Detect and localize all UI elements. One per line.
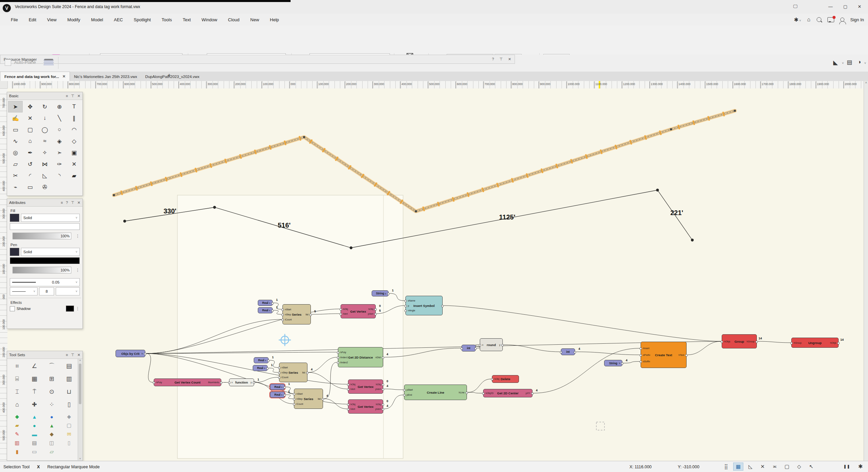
line-tool[interactable]: ╲ <box>52 112 67 124</box>
input-port-iInsert[interactable] <box>640 347 642 350</box>
node-real-6[interactable]: Realn1 <box>270 392 285 398</box>
output-port-iNumVerts[interactable] <box>220 382 222 384</box>
pan-tool[interactable]: ✥ <box>23 101 37 112</box>
line-style-select[interactable]: ˅ <box>10 287 38 295</box>
output-port-list[interactable] <box>322 398 324 400</box>
output-port-y[interactable] <box>253 382 255 384</box>
envelope-icon[interactable]: ✉ <box>60 430 78 439</box>
extend-tool[interactable]: ◝ <box>52 170 67 181</box>
menu-item[interactable]: AEC <box>108 17 128 22</box>
maximize-button[interactable]: ▢ <box>840 3 850 10</box>
pause-script-icon[interactable]: ❚❚ <box>843 464 850 469</box>
output-port-port[interactable] <box>441 305 444 307</box>
input-port-hObj[interactable] <box>491 378 493 381</box>
rounded-rectangle-tool[interactable]: ▢ <box>23 124 37 135</box>
output-port-h[interactable] <box>144 353 146 355</box>
snap-to-angle-icon[interactable]: ◺ <box>745 463 755 471</box>
class-options-icon[interactable]: ▤ <box>847 59 852 66</box>
surface-polygon-tool[interactable]: ◈ <box>52 135 67 147</box>
minimize-button[interactable]: — <box>825 3 836 10</box>
palette-menu-icon[interactable]: ≡ <box>66 353 68 357</box>
output-port-n[interactable] <box>283 386 286 389</box>
arc-tool[interactable]: ◠ <box>67 124 81 135</box>
arc-wall-icon[interactable]: ⌒ <box>43 360 60 372</box>
tab-close-icon[interactable]: ✕ <box>63 74 66 79</box>
node-get-2d-center[interactable]: Get 2D CenterhObj2DpXY4 <box>483 389 532 397</box>
callout-tool[interactable]: ✍ <box>8 112 23 124</box>
orange-book-icon[interactable]: ▮ <box>8 447 26 456</box>
input-port-nStep[interactable] <box>293 398 295 400</box>
attribute-mapping-tool[interactable]: ✇ <box>38 181 52 193</box>
input-port-iCount[interactable] <box>278 376 280 379</box>
node-ungroup[interactable]: UngrouphGrouphObjs14 <box>791 338 839 348</box>
output-port-hText[interactable] <box>685 354 688 357</box>
marker-style-select[interactable]: ˅ <box>56 287 80 295</box>
snap-to-intersection-icon[interactable]: ✕ <box>758 463 768 471</box>
output-port-n[interactable] <box>267 360 270 362</box>
delete-vertex-tool[interactable]: ✕ <box>67 158 81 170</box>
home-icon[interactable]: ⌂ <box>807 17 811 23</box>
menu-item[interactable]: Cloud <box>223 17 245 22</box>
input-port-pStart[interactable] <box>403 389 405 391</box>
reshape-tool[interactable]: ▱ <box>8 158 23 170</box>
eyedropper-tool[interactable]: ✒ <box>23 147 37 158</box>
node-string-1[interactable]: Strings1 <box>372 290 389 296</box>
regular-polygon-tool[interactable]: ◇ <box>67 135 81 147</box>
polygon-tool[interactable]: ⌂ <box>23 135 37 147</box>
shadow-menu-icon[interactable]: ⋮ <box>76 306 80 311</box>
panel-icon[interactable]: ◫ <box>43 439 60 447</box>
smart-points-icon[interactable]: ≍ <box>770 463 780 471</box>
shear-tool[interactable]: ▰ <box>67 170 81 181</box>
attributes-palette-header[interactable]: Attributes ≡?⊤✕ <box>7 199 82 207</box>
mirror-tool[interactable]: ⋈ <box>38 158 52 170</box>
input-port-sPrefix[interactable] <box>640 354 642 357</box>
rotate-tool[interactable]: ↺ <box>23 158 37 170</box>
grid-tool-icon[interactable]: ▦ <box>26 372 43 385</box>
resource-manager-pin-icon[interactable]: ⊤ <box>499 57 503 61</box>
menu-item[interactable]: Modify <box>62 17 85 22</box>
roof-tool-icon[interactable]: ⌂ <box>8 398 26 411</box>
input-port-hPoly[interactable] <box>337 351 339 354</box>
node-real-5[interactable]: Realn1 <box>270 384 285 390</box>
output-port-pXY[interactable] <box>531 392 534 395</box>
pen-style-select[interactable]: Solid˅ <box>21 248 80 256</box>
split-tool[interactable]: ✑ <box>52 158 67 170</box>
window-tool-icon[interactable]: ⊞ <box>43 372 60 385</box>
output-port-hGroup[interactable] <box>755 341 758 343</box>
output-port-hLine[interactable] <box>466 392 468 394</box>
angle-tool-icon[interactable]: ∠ <box>26 360 43 372</box>
curtain-wall-icon[interactable]: ▥ <box>60 372 78 385</box>
fill-opacity-menu-icon[interactable]: ⋮ <box>76 234 80 238</box>
palette-scrollbar[interactable]: ˄˅ <box>78 359 82 460</box>
output-port-nDist[interactable] <box>382 357 384 359</box>
node-create-line[interactable]: Create LinepStartpEndhLine <box>404 385 467 400</box>
node-insert-symbol[interactable]: Insert SymbolsNamepnAngle <box>405 296 443 315</box>
output-port-list[interactable] <box>306 372 308 374</box>
appearance-toggle-icon[interactable]: ◑ <box>858 59 861 65</box>
palette-close-icon[interactable]: ✕ <box>77 94 80 98</box>
palette-menu-icon[interactable]: ≡ <box>61 201 63 205</box>
appearance-caret-icon[interactable]: ˅ <box>864 61 866 65</box>
pen-type-swatch[interactable] <box>10 248 19 256</box>
polyline-tool[interactable]: ≈ <box>38 135 52 147</box>
wall-tool-icon[interactable]: ▤ <box>60 360 78 372</box>
menu-item[interactable]: Help <box>265 17 284 22</box>
account-icon[interactable] <box>840 18 844 22</box>
pen-color-bar[interactable] <box>10 257 80 264</box>
smart-edge-icon[interactable]: ▢ <box>782 463 792 471</box>
input-port-iVert[interactable] <box>340 313 342 315</box>
ellipse-tool[interactable]: ○ <box>52 124 67 135</box>
input-port-nStart[interactable] <box>293 393 295 395</box>
wand-tool[interactable]: ✧ <box>38 147 52 158</box>
plate-icon[interactable]: ▭ <box>26 447 43 456</box>
input-port-iVert[interactable] <box>347 408 349 411</box>
input-port-hObj2D[interactable] <box>482 392 485 395</box>
menu-item[interactable]: New <box>245 17 265 22</box>
input-port-hObj[interactable] <box>340 308 342 311</box>
node-function[interactable]: functionxy1 <box>229 378 254 386</box>
rectangle-tool[interactable]: ▭ <box>8 124 23 135</box>
output-port-pVert[interactable] <box>382 388 384 391</box>
output-port-hObj[interactable] <box>382 384 384 386</box>
document-tab[interactable]: Fence and data tag work for... ✕ <box>0 72 70 81</box>
output-port-hObjs[interactable] <box>837 342 840 344</box>
